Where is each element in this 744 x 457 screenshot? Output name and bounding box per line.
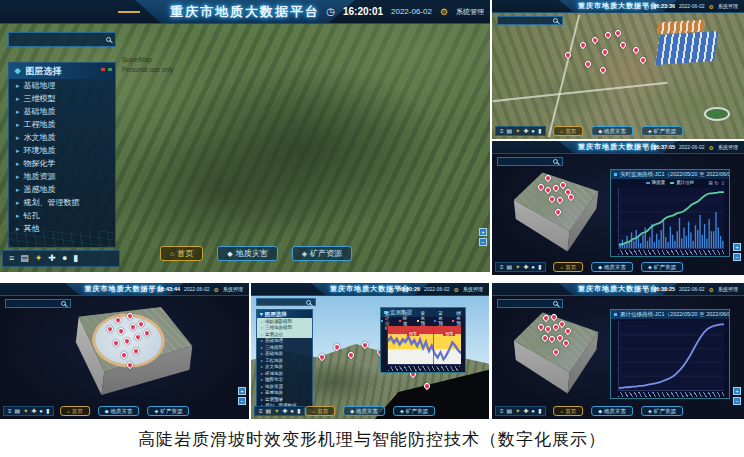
terrain-block-3d[interactable]	[510, 169, 606, 255]
layer-item[interactable]: ▸物探化学	[9, 157, 115, 170]
legend-list-icon[interactable]: ≡	[500, 128, 504, 134]
compass-tool-icon[interactable]: ✦	[515, 128, 520, 134]
zoom-in-button[interactable]: +	[733, 387, 741, 395]
monitoring-point-pin[interactable]	[347, 350, 355, 358]
stats-chart-icon[interactable]: ▮	[73, 254, 78, 263]
search-icon[interactable]	[106, 37, 111, 42]
measure-tool-icon[interactable]: ✚	[282, 408, 287, 414]
system-admin-link[interactable]: 系统管理	[718, 3, 738, 9]
globe-icon[interactable]: ●	[62, 254, 67, 263]
layer-item[interactable]: ▸钻孔	[9, 209, 115, 222]
layers-icon[interactable]: ▤	[20, 254, 29, 263]
measure-tool-icon[interactable]: ✚	[523, 408, 528, 414]
nav-button-home[interactable]: ⌂首页	[553, 126, 583, 136]
search-input[interactable]	[498, 300, 551, 307]
monitoring-point-pin[interactable]	[604, 31, 612, 39]
search-input[interactable]	[257, 299, 304, 305]
monitoring-point-pin[interactable]	[614, 28, 622, 36]
layers-icon[interactable]: ▤	[507, 408, 513, 414]
nav-button-home[interactable]: ⌂首页	[60, 406, 90, 416]
compass-tool-icon[interactable]: ✦	[515, 264, 520, 270]
search-input[interactable]	[6, 300, 59, 307]
measure-tool-icon[interactable]: ✚	[48, 254, 56, 263]
compass-tool-icon[interactable]: ✦	[35, 254, 43, 263]
globe-icon[interactable]: ●	[531, 128, 535, 134]
terrain-block-3d[interactable]	[56, 303, 198, 401]
zoom-out-button[interactable]: −	[733, 253, 741, 261]
search-icon[interactable]	[553, 159, 558, 164]
zoom-out-button[interactable]: −	[238, 397, 246, 405]
nav-button-mineral[interactable]: ◈矿产资源	[292, 246, 352, 261]
globe-icon[interactable]: ●	[290, 408, 294, 414]
layers-icon[interactable]: ▤	[266, 408, 272, 414]
legend-list-icon[interactable]: ≡	[500, 264, 504, 270]
gear-icon[interactable]: ⚙	[440, 7, 448, 17]
layer-item[interactable]: ▸三维模型	[9, 92, 115, 105]
globe-icon[interactable]: ●	[39, 408, 43, 414]
monitoring-point-pin[interactable]	[631, 46, 639, 54]
satellite-map-site[interactable]	[492, 13, 744, 139]
layer-item[interactable]: ▸规划、管理数据	[9, 196, 115, 209]
search-input[interactable]	[498, 17, 551, 24]
layers-icon[interactable]: ▤	[507, 264, 513, 270]
layers-icon[interactable]: ▤	[15, 408, 21, 414]
legend-list-icon[interactable]: ≡	[9, 254, 14, 263]
nav-button-mineral[interactable]: ◈矿产资源	[641, 126, 683, 136]
refresh-icon[interactable]: ↻	[715, 181, 719, 186]
zoom-in-button[interactable]: +	[238, 387, 246, 395]
measure-tool-icon[interactable]: ✚	[523, 264, 528, 270]
zoom-in-button[interactable]: +	[733, 243, 741, 251]
globe-icon[interactable]: ●	[531, 408, 535, 414]
measure-tool-icon[interactable]: ✚	[523, 128, 528, 134]
monitoring-point-pin[interactable]	[639, 56, 647, 64]
monitoring-point-pin[interactable]	[619, 41, 627, 49]
layer-item[interactable]: ▸水文地质	[9, 131, 115, 144]
compass-tool-icon[interactable]: ✦	[274, 408, 279, 414]
stats-chart-icon[interactable]: ▮	[538, 408, 541, 414]
gear-icon[interactable]: ⚙	[709, 3, 714, 10]
layer-item[interactable]: ▸地质资源	[9, 170, 115, 183]
download-icon[interactable]: ⇩	[721, 181, 725, 186]
nav-button-home[interactable]: ⌂首页	[160, 246, 203, 261]
gear-icon[interactable]: ⚙	[214, 286, 219, 293]
monitoring-point-pin[interactable]	[563, 51, 571, 59]
system-admin-link[interactable]: 系统管理	[718, 144, 738, 150]
search-icon[interactable]	[61, 301, 66, 306]
nav-button-mineral[interactable]: ◈矿产资源	[641, 262, 683, 272]
legend-list-icon[interactable]: ≡	[8, 408, 12, 414]
search-icon[interactable]	[306, 300, 311, 305]
system-admin-link[interactable]: 系统管理	[463, 286, 483, 292]
compass-tool-icon[interactable]: ✦	[23, 408, 28, 414]
layer-item[interactable]: ▸遥感地质	[9, 183, 115, 196]
system-admin-link[interactable]: 系统管理	[718, 286, 738, 292]
monitoring-point-pin[interactable]	[423, 382, 431, 390]
nav-button-home[interactable]: ⌂首页	[553, 262, 583, 272]
layer-item[interactable]: ▸基础地质	[9, 105, 115, 118]
monitoring-point-pin[interactable]	[601, 47, 609, 55]
nav-button-geohazard[interactable]: ◆地质灾害	[591, 406, 633, 416]
stats-chart-icon[interactable]: ▮	[46, 408, 49, 414]
nav-button-home[interactable]: ⌂首页	[553, 406, 583, 416]
stats-chart-icon[interactable]: ▮	[297, 408, 300, 414]
system-admin-link[interactable]: 系统管理	[223, 286, 243, 292]
nav-button-geohazard[interactable]: ◆地质灾害	[591, 126, 633, 136]
gear-icon[interactable]: ⚙	[709, 144, 714, 151]
terrain-block-3d[interactable]	[510, 309, 606, 397]
nav-button-geohazard[interactable]: ◆地质灾害	[591, 262, 633, 272]
nav-button-mineral[interactable]: ◈矿产资源	[148, 406, 190, 416]
system-admin-link[interactable]: 系统管理	[456, 7, 484, 17]
monitoring-point-pin[interactable]	[332, 343, 340, 351]
layers-icon[interactable]: ▤	[507, 128, 513, 134]
layer-item[interactable]: ▸基础地理	[9, 79, 115, 92]
globe-icon[interactable]: ●	[531, 264, 535, 270]
compass-tool-icon[interactable]: ✦	[515, 408, 520, 414]
monitoring-point-pin[interactable]	[318, 353, 326, 361]
nav-button-mineral[interactable]: ◈矿产资源	[641, 406, 683, 416]
gear-icon[interactable]: ⚙	[709, 286, 714, 293]
monitoring-point-pin[interactable]	[578, 41, 586, 49]
zoom-in-button[interactable]: +	[479, 228, 487, 236]
layer-item[interactable]: ▸环境地质	[9, 144, 115, 157]
search-icon[interactable]	[553, 18, 558, 23]
zoom-out-button[interactable]: −	[733, 397, 741, 405]
gear-icon[interactable]: ⚙	[454, 286, 459, 293]
